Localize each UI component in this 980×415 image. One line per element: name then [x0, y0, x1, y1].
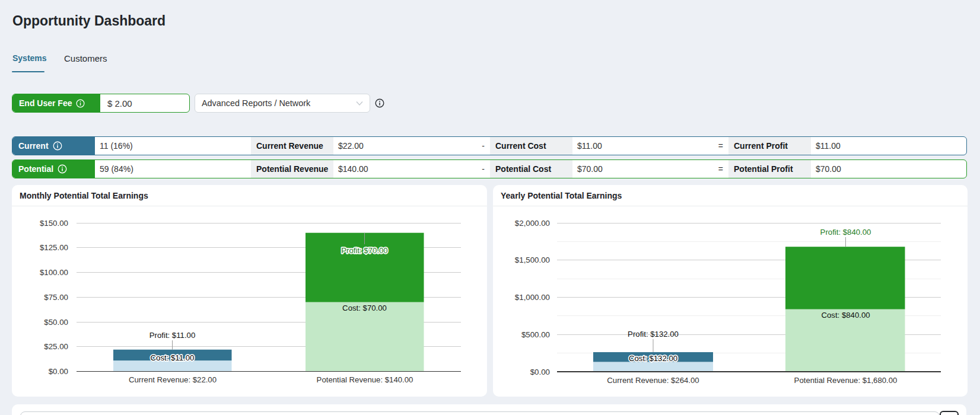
- svg-text:Cost: $11.00: Cost: $11.00: [151, 353, 195, 362]
- svg-text:Cost: $70.00: Cost: $70.00: [342, 304, 387, 312]
- svg-text:$0.00: $0.00: [49, 367, 68, 376]
- svg-text:Cost: $840.00: Cost: $840.00: [821, 311, 870, 320]
- svg-text:Profit: $840.00: Profit: $840.00: [820, 228, 871, 237]
- svg-text:Profit: $11.00: Profit: $11.00: [149, 331, 195, 340]
- svg-text:Cost: $132.00: Cost: $132.00: [629, 354, 677, 363]
- svg-text:$100.00: $100.00: [40, 268, 68, 277]
- svg-text:Current Revenue: $22.00: Current Revenue: $22.00: [129, 375, 217, 384]
- svg-text:$500.00: $500.00: [521, 330, 550, 339]
- svg-text:Potential Revenue: $1,680.00: Potential Revenue: $1,680.00: [794, 376, 898, 385]
- svg-text:Profit: $132.00: Profit: $132.00: [628, 330, 679, 339]
- svg-text:$2,000.00: $2,000.00: [515, 219, 550, 228]
- svg-text:$150.00: $150.00: [40, 219, 68, 228]
- svg-text:$125.00: $125.00: [40, 243, 68, 252]
- svg-text:Current Revenue: $264.00: Current Revenue: $264.00: [607, 376, 699, 385]
- svg-text:$1,000.00: $1,000.00: [515, 293, 550, 302]
- svg-text:$0.00: $0.00: [530, 368, 550, 376]
- svg-text:Profit: $70.00: Profit: $70.00: [341, 246, 387, 255]
- svg-text:$50.00: $50.00: [44, 318, 68, 327]
- svg-text:$25.00: $25.00: [44, 342, 68, 351]
- svg-text:$1,500.00: $1,500.00: [515, 256, 550, 264]
- svg-text:Potential Revenue: $140.00: Potential Revenue: $140.00: [317, 375, 413, 384]
- svg-text:$75.00: $75.00: [44, 293, 68, 302]
